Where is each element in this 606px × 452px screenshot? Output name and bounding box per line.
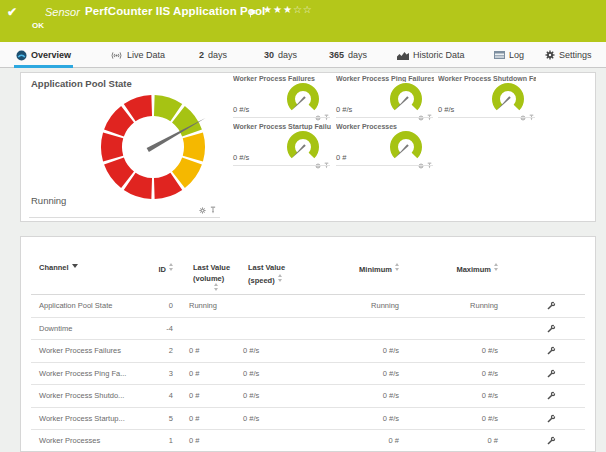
tab-log[interactable]: Log	[494, 42, 524, 68]
tab-live-data[interactable]: Live Data	[110, 42, 165, 68]
channel-name[interactable]: Worker Processes	[39, 430, 100, 452]
channels-table-panel: Channel ID Last Value(volume) Last Value…	[20, 236, 596, 452]
divider	[233, 165, 330, 166]
channel-name[interactable]: Worker Process Ping Fa...	[39, 363, 126, 386]
last-value-volume: Running	[189, 295, 217, 318]
maximum-value: 0 #/s	[420, 408, 498, 431]
column-header-last-value-speed[interactable]: Last Value(speed)	[248, 263, 285, 285]
tab-label: Historic Data	[413, 50, 465, 60]
tab-30-days[interactable]: 30days	[264, 42, 297, 68]
channel-id: 0	[131, 295, 173, 318]
divider	[336, 165, 433, 166]
sort-desc-icon	[72, 264, 78, 268]
column-header-id[interactable]: ID	[131, 263, 173, 274]
table-row: Worker Processes 1 0 # 0 # 0 #	[31, 430, 585, 452]
tab-label: Overview	[31, 50, 71, 60]
gauge-settings-gear-icon[interactable]	[520, 107, 526, 125]
table-row: Worker Process Ping Fa... 3 0 # 0 #/s 0 …	[31, 363, 585, 386]
mini-gauge-value: 0 #/s	[336, 105, 352, 114]
last-value-speed: 0 #/s	[243, 408, 259, 431]
tab-2-days[interactable]: 2days	[199, 42, 227, 68]
gauge-pin-icon[interactable]	[324, 155, 329, 173]
mini-gauge-value: 0 #/s	[233, 153, 249, 162]
tab-bar: Overview Live Data 2days 30days 365days …	[0, 42, 606, 68]
column-header-minimum[interactable]: Minimum	[321, 263, 399, 274]
channel-settings-wrench-icon[interactable]	[547, 391, 556, 402]
table-row: Worker Process Shutdo... 4 0 # 0 #/s 0 #…	[31, 385, 585, 408]
minimum-value: 0 #	[321, 430, 399, 452]
minimum-value: 0 #/s	[321, 363, 399, 386]
stars-filled: ★★★	[263, 4, 293, 15]
mini-gauge-value: 0 #/s	[233, 105, 249, 114]
channel-settings-wrench-icon[interactable]	[547, 436, 556, 447]
priority-flag-icon	[250, 4, 256, 22]
channel-id: 1	[131, 430, 173, 452]
sensor-status-banner: ✔ Sensor PerfCounter IIS Application Poo…	[0, 0, 606, 42]
last-value-speed: 0 #/s	[243, 363, 259, 386]
column-header-channel[interactable]: Channel	[39, 263, 78, 272]
stars-empty: ☆☆	[293, 4, 313, 15]
channel-name[interactable]: Application Pool State	[39, 295, 112, 318]
channel-settings-wrench-icon[interactable]	[547, 324, 556, 335]
tab-label: days	[208, 50, 227, 60]
main-gauge	[93, 87, 213, 207]
divider	[233, 117, 330, 118]
maximum-value: 0 #/s	[420, 385, 498, 408]
minimum-value: 0 #/s	[321, 408, 399, 431]
mini-gauge-worker-process-ping-failures: Worker Process Ping Failures 0 #/s	[336, 73, 434, 121]
tab-365-days[interactable]: 365days	[329, 42, 367, 68]
tab-label: days	[278, 50, 297, 60]
object-kind-label: Sensor	[45, 6, 80, 18]
table-row: Worker Process Startup... 5 0 # 0 #/s 0 …	[31, 408, 585, 431]
channel-settings-wrench-icon[interactable]	[547, 346, 556, 357]
mini-gauge-value: 0 #/s	[438, 105, 454, 114]
sort-icon	[395, 263, 399, 271]
sort-icon	[494, 263, 498, 271]
channel-settings-wrench-icon[interactable]	[547, 369, 556, 380]
channel-name[interactable]: Downtime	[39, 318, 72, 341]
gauge-settings-gear-icon[interactable]	[418, 155, 424, 173]
tab-number: 2	[199, 50, 204, 60]
table-row: Application Pool State 0 Running Running…	[31, 295, 585, 318]
mini-gauge-worker-processes: Worker Processes 0 #	[336, 121, 434, 169]
sort-icon[interactable]	[214, 283, 218, 291]
gauge-pin-icon[interactable]	[427, 155, 432, 173]
maximum-value: Running	[420, 295, 498, 318]
last-value-speed: 0 #/s	[243, 340, 259, 363]
priority-stars[interactable]: ★★★☆☆	[263, 4, 313, 15]
column-header-maximum[interactable]: Maximum	[420, 263, 498, 274]
channel-settings-wrench-icon[interactable]	[547, 414, 556, 425]
table-header-row: Channel ID Last Value(volume) Last Value…	[31, 237, 585, 295]
minimum-value: 0 #/s	[321, 340, 399, 363]
tab-label: Log	[509, 50, 524, 60]
channel-name[interactable]: Worker Process Failures	[39, 340, 121, 363]
divider	[336, 117, 433, 118]
column-header-last-value-volume[interactable]: Last Value(volume)	[193, 263, 230, 283]
sort-icon	[169, 263, 173, 271]
minimum-value: Running	[321, 295, 399, 318]
table-row: Downtime -4	[31, 318, 585, 341]
channel-settings-wrench-icon[interactable]	[547, 301, 556, 312]
last-value-volume: 0 #	[189, 430, 199, 452]
tab-historic-data[interactable]: Historic Data	[397, 42, 465, 68]
tab-settings[interactable]: Settings	[545, 42, 592, 68]
live-data-icon	[110, 51, 123, 60]
gauge-settings-gear-icon[interactable]	[199, 200, 206, 218]
tab-label: Live Data	[127, 50, 165, 60]
channel-name[interactable]: Worker Process Startup...	[39, 408, 125, 431]
minimum-value	[321, 318, 399, 341]
historic-data-icon	[397, 51, 409, 60]
gauge-pin-icon[interactable]	[529, 107, 534, 125]
tab-overview[interactable]: Overview	[16, 42, 71, 68]
table-row: Worker Process Failures 2 0 # 0 #/s 0 #/…	[31, 340, 585, 363]
channel-id: 5	[131, 408, 173, 431]
gauge-pin-icon[interactable]	[210, 200, 216, 218]
last-value-volume: 0 #	[189, 385, 199, 408]
channel-id: 2	[131, 340, 173, 363]
settings-gear-icon	[545, 50, 555, 60]
prtg-sensor-page: ✔ Sensor PerfCounter IIS Application Poo…	[0, 0, 606, 452]
channel-name[interactable]: Worker Process Shutdo...	[39, 385, 124, 408]
sensor-status-text: OK	[32, 21, 44, 30]
gauge-settings-gear-icon[interactable]	[315, 155, 321, 173]
tab-label: days	[348, 50, 367, 60]
